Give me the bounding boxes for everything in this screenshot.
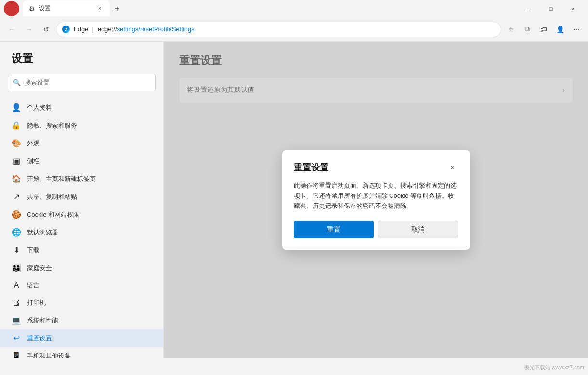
address-url: edge://settings/resetProfileSettings	[98, 26, 195, 33]
sidebar-item-12[interactable]: 💻 系统和性能	[0, 311, 163, 329]
sidebar-item-icon-2: 🎨	[12, 139, 21, 148]
sidebar-item-3[interactable]: ▣ 侧栏	[0, 152, 163, 170]
tab-icon: ⚙	[29, 5, 35, 13]
sidebar-item-0[interactable]: 👤 个人资料	[0, 99, 163, 116]
sidebar-item-6[interactable]: 🍪 Cookie 和网站权限	[0, 206, 163, 223]
reset-dialog: 重置设置 × 此操作将重置启动页面、新选项卡页、搜索引擎和固定的选项卡。它还将禁…	[282, 150, 470, 249]
favorites-button[interactable]: ☆	[503, 22, 519, 37]
sidebar-item-icon-0: 👤	[12, 103, 21, 112]
sidebar-title: 设置	[0, 52, 163, 74]
dialog-overlay: 重置设置 × 此操作将重置启动页面、新选项卡页、搜索引擎和固定的选项卡。它还将禁…	[164, 42, 588, 358]
sidebar-item-icon-3: ▣	[12, 156, 21, 166]
sidebar-items: 👤 个人资料 🔒 隐私、搜索和服务 🎨 外观 ▣ 侧栏 🏠 开始、主页和新建标签…	[0, 99, 163, 358]
sidebar-item-icon-8: ⬇	[12, 246, 21, 255]
sidebar-item-8[interactable]: ⬇ 下载	[0, 241, 163, 259]
dialog-body: 此操作将重置启动页面、新选项卡页、搜索引擎和固定的选项卡。它还将禁用所有扩展并清…	[294, 181, 458, 211]
sidebar-item-label-14: 手机和其他设备	[27, 352, 71, 359]
watermark: 极光下载站 www.xz7.com	[524, 364, 584, 371]
profile-avatar[interactable]	[4, 1, 19, 16]
url-path: settings/resetProfileSettings	[117, 26, 195, 33]
more-button[interactable]: ⋯	[569, 22, 584, 37]
sidebar-item-label-6: Cookie 和网站权限	[27, 210, 79, 219]
sidebar-item-13[interactable]: ↩ 重置设置	[0, 329, 163, 347]
search-input[interactable]	[25, 79, 150, 86]
sidebar-item-11[interactable]: 🖨 打印机	[0, 294, 163, 311]
sidebar-item-icon-11: 🖨	[12, 298, 21, 307]
dialog-header: 重置设置 ×	[294, 162, 458, 173]
sidebar-item-label-9: 家庭安全	[27, 264, 52, 272]
search-box[interactable]: 🔍	[8, 74, 156, 91]
tab-close-button[interactable]: ×	[95, 4, 104, 13]
sidebar-item-icon-4: 🏠	[12, 174, 21, 183]
maximize-button[interactable]: □	[540, 1, 562, 16]
sidebar-item-9[interactable]: 👨‍👩‍👧 家庭安全	[0, 259, 163, 277]
titlebar: ⚙ 设置 × + ─ □ ×	[0, 0, 588, 17]
sidebar-item-5[interactable]: ↗ 共享、复制和粘贴	[0, 188, 163, 206]
account-button[interactable]: 👤	[552, 22, 568, 37]
sidebar-item-icon-9: 👨‍👩‍👧	[12, 263, 21, 272]
tab-title: 设置	[39, 4, 51, 13]
sidebar-item-label-5: 共享、复制和粘贴	[27, 193, 77, 201]
sidebar-item-14[interactable]: 📱 手机和其他设备	[0, 347, 163, 358]
sidebar-item-icon-7: 🌐	[12, 228, 21, 237]
dialog-close-button[interactable]: ×	[447, 162, 458, 173]
dialog-actions: 重置 取消	[294, 221, 458, 238]
sidebar-item-label-0: 个人资料	[27, 103, 52, 112]
sidebar-item-icon-13: ↩	[12, 334, 21, 343]
sidebar-item-icon-6: 🍪	[12, 210, 21, 219]
window-controls: ─ □ ×	[518, 1, 584, 16]
sidebar-item-2[interactable]: 🎨 外观	[0, 134, 163, 152]
sidebar-item-icon-12: 💻	[12, 316, 21, 325]
sidebar-item-label-11: 打印机	[27, 298, 46, 307]
sidebar-item-label-13: 重置设置	[27, 334, 52, 343]
sidebar: 设置 🔍 👤 个人资料 🔒 隐私、搜索和服务 🎨 外观 ▣ 侧栏 🏠 开始、主页…	[0, 42, 164, 358]
sidebar-item-label-3: 侧栏	[27, 157, 39, 166]
refresh-button[interactable]: ↺	[39, 22, 54, 37]
address-brand: Edge	[74, 26, 88, 33]
forward-button[interactable]: →	[21, 22, 37, 37]
sidebar-item-4[interactable]: 🏠 开始、主页和新建标签页	[0, 170, 163, 188]
tab-bar: ⚙ 设置 × +	[23, 0, 514, 17]
sidebar-item-icon-14: 📱	[12, 351, 21, 358]
sidebar-item-label-1: 隐私、搜索和服务	[27, 121, 77, 130]
address-bar: ← → ↺ Edge | edge://settings/resetProfil…	[0, 17, 588, 42]
sidebar-item-label-8: 下载	[27, 246, 39, 255]
back-button[interactable]: ←	[4, 22, 19, 37]
content-area: 重置设置 将设置还原为其默认值 › 重置设置 × 此操作将重置启动页面、新选项卡…	[164, 42, 588, 358]
sidebar-item-icon-10: A	[12, 281, 21, 290]
collections-button[interactable]: 🏷	[536, 22, 551, 37]
sidebar-item-label-7: 默认浏览器	[27, 228, 58, 237]
cancel-button[interactable]: 取消	[378, 221, 458, 238]
sidebar-item-1[interactable]: 🔒 隐私、搜索和服务	[0, 116, 163, 134]
close-button[interactable]: ×	[562, 1, 584, 16]
sidebar-item-label-2: 外观	[27, 139, 39, 148]
main-layout: 设置 🔍 👤 个人资料 🔒 隐私、搜索和服务 🎨 外观 ▣ 侧栏 🏠 开始、主页…	[0, 42, 588, 358]
sidebar-item-icon-1: 🔒	[12, 121, 21, 130]
sidebar-item-7[interactable]: 🌐 默认浏览器	[0, 223, 163, 241]
new-tab-button[interactable]: +	[110, 2, 124, 15]
dialog-title: 重置设置	[294, 162, 328, 173]
toolbar-actions: ☆ ⧉ 🏷 👤 ⋯	[503, 22, 584, 37]
sidebar-item-10[interactable]: A 语言	[0, 277, 163, 294]
search-icon: 🔍	[13, 79, 21, 86]
settings-tab[interactable]: ⚙ 设置 ×	[23, 0, 110, 16]
sidebar-item-label-4: 开始、主页和新建标签页	[27, 175, 96, 183]
split-screen-button[interactable]: ⧉	[520, 22, 535, 37]
sidebar-item-icon-5: ↗	[12, 192, 21, 201]
sidebar-item-label-12: 系统和性能	[27, 316, 58, 325]
address-separator: |	[92, 26, 93, 33]
edge-icon	[62, 26, 70, 33]
sidebar-item-label-10: 语言	[27, 281, 39, 290]
address-input[interactable]: Edge | edge://settings/resetProfileSetti…	[56, 22, 501, 37]
reset-confirm-button[interactable]: 重置	[294, 221, 374, 238]
minimize-button[interactable]: ─	[518, 1, 540, 16]
